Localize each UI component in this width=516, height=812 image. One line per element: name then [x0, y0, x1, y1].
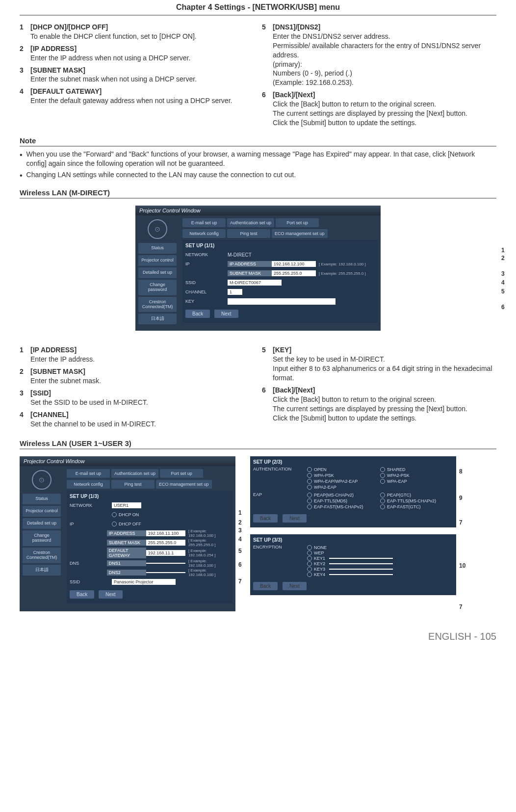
next-button[interactable]: Next — [283, 514, 307, 523]
tab-email[interactable]: E-mail set up — [67, 469, 110, 478]
val-network-user: USER1 — [112, 502, 141, 508]
radio-key[interactable]: KEY2 — [307, 561, 453, 566]
lbl-ssid: SSID — [185, 280, 228, 285]
input-ip-user[interactable]: 192.168.11.100 — [146, 530, 185, 536]
next-button[interactable]: Next — [214, 310, 238, 318]
radio-auth[interactable]: WPA2-PSK — [380, 473, 453, 478]
side-projector[interactable]: Projector control — [138, 255, 177, 266]
side-crestron[interactable]: Crestron Connected(TM) — [23, 548, 61, 563]
tab-ping[interactable]: Ping test — [227, 229, 270, 238]
tab-network[interactable]: Network config — [67, 480, 110, 489]
callout-u8: 8 — [459, 468, 463, 475]
back-button[interactable]: Back — [253, 514, 278, 523]
callout-u2: 2 — [238, 519, 242, 526]
radio-eap[interactable]: PEAP(GTC) — [380, 493, 453, 498]
section-mdirect: Wireless LAN (M-DIRECT) — [20, 188, 496, 199]
radio-eap[interactable]: PEAP(MS-CHAPv2) — [307, 493, 380, 498]
radio-auth[interactable]: WPA-EAP/WPA2-EAP — [307, 479, 380, 484]
back-button[interactable]: Back — [253, 582, 278, 590]
list-item: 6[Back]/[Next]Click the [Back] button to… — [262, 90, 496, 128]
side-status[interactable]: Status — [138, 243, 177, 254]
input-dns2[interactable] — [146, 572, 185, 573]
callout-u7: 7 — [238, 578, 242, 585]
next-button[interactable]: Next — [283, 582, 307, 590]
next-button[interactable]: Next — [99, 590, 123, 599]
lbl-ipaddr: IP ADDRESS — [107, 530, 146, 536]
side-detailed[interactable]: Detailed set up — [138, 267, 177, 278]
radio-enc-wep[interactable]: WEP — [307, 550, 453, 555]
radio-key[interactable]: KEY3 — [307, 567, 453, 572]
side-status[interactable]: Status — [23, 494, 61, 504]
lbl-auth: AUTHENTICATION — [253, 467, 307, 471]
tab-ping[interactable]: Ping test — [111, 480, 155, 489]
input-key1[interactable] — [329, 558, 393, 559]
select-channel[interactable]: 1 — [228, 289, 242, 295]
tab-eco[interactable]: ECO management set up — [272, 229, 328, 238]
radio-eap[interactable]: EAP-FAST(MS-CHAPv2) — [307, 504, 380, 509]
tab-eco[interactable]: ECO management set up — [156, 480, 212, 489]
hint-ip: [ Example: 192.168.0.100 ] — [319, 262, 366, 266]
tab-auth[interactable]: Authentication set up — [227, 218, 274, 227]
radio-eap[interactable]: EAP-TTLS(MS-CHAPv2) — [380, 498, 453, 503]
side-change-pw[interactable]: Change password — [23, 530, 61, 546]
lbl-key: KEY — [185, 299, 228, 304]
radio-dhcp-off[interactable]: DHCP OFF — [112, 522, 141, 526]
radio-auth[interactable]: WPA2-EAP — [307, 485, 380, 490]
tab-email[interactable]: E-mail set up — [182, 218, 226, 227]
tab-auth[interactable]: Authentication set up — [111, 469, 158, 478]
radio-auth[interactable]: WPA-EAP — [380, 479, 453, 484]
side-projector[interactable]: Projector control — [23, 506, 61, 517]
input-subnet-user[interactable]: 255.255.255.0 — [146, 540, 185, 546]
back-button[interactable]: Back — [70, 590, 94, 599]
input-gateway-user[interactable]: 192.168.11.1 — [146, 550, 185, 556]
radio-key[interactable]: KEY4 — [307, 572, 453, 577]
input-ssid[interactable]: M-DIRECT0067 — [228, 280, 282, 286]
tab-network[interactable]: Network config — [182, 229, 226, 238]
side-japanese[interactable]: 日本語 — [138, 314, 177, 324]
input-ip[interactable]: 192.168.12.100 — [272, 261, 316, 267]
callout-u4: 4 — [238, 536, 242, 543]
radio-auth[interactable]: OPEN — [307, 467, 380, 472]
panel-title-3-3: SET UP (3/3) — [253, 537, 453, 543]
callout-u10: 10 — [459, 562, 465, 569]
side-change-pw[interactable]: Change password — [138, 280, 177, 295]
side-detailed[interactable]: Detailed set up — [23, 518, 61, 529]
input-subnet[interactable]: 255.255.255.0 — [272, 270, 316, 276]
callout-u1: 1 — [238, 509, 242, 516]
radio-dhcp-on[interactable]: DHCP ON — [112, 512, 139, 517]
list-item: 2[SUBNET MASK]Enter the subnet mask. — [20, 367, 254, 386]
list-item: 5[DNS1]/[DNS2]Enter the DNS1/DNS2 server… — [262, 23, 496, 87]
radio-eap[interactable]: EAP-FAST(GTC) — [380, 504, 453, 509]
intro-columns: 1[DHCP ON]/[DHCP OFF]To enable the DHCP … — [20, 23, 496, 131]
side-crestron[interactable]: Crestron Connected(TM) — [138, 297, 177, 313]
hint-dns2: [ Example: 192.168.0.100 ] — [188, 568, 230, 577]
tab-port[interactable]: Port set up — [276, 218, 319, 227]
lbl-dns: DNS — [70, 561, 107, 566]
note-item: When you use the "Forward" and "Back" fu… — [20, 150, 496, 168]
lbl-ssid: SSID — [70, 579, 112, 584]
callout-u7c: 7 — [459, 603, 463, 610]
input-dns1[interactable] — [146, 563, 185, 564]
list-item: 3[SUBNET MASK]Enter the subnet mask when… — [20, 66, 254, 84]
radio-eap[interactable]: EAP-TTLS(MD5) — [307, 498, 380, 503]
callout-u6: 6 — [238, 561, 242, 568]
input-ssid-user[interactable]: Panasonic Projector — [112, 579, 176, 585]
radio-auth[interactable]: WPA-PSK — [307, 473, 380, 478]
radio-enc-none[interactable]: NONE — [307, 545, 453, 550]
radio-key[interactable]: KEY1 — [307, 556, 453, 561]
input-key3[interactable] — [329, 569, 393, 570]
back-button[interactable]: Back — [185, 310, 210, 318]
input-key4[interactable] — [329, 574, 393, 575]
input-key2[interactable] — [329, 563, 393, 564]
radio-auth[interactable]: SHARED — [380, 467, 453, 472]
input-key[interactable] — [228, 298, 335, 305]
side-japanese[interactable]: 日本語 — [23, 565, 61, 576]
list-item: 1[IP ADDRESS]Enter the IP address. — [20, 345, 254, 364]
list-item: 2[IP ADDRESS]Enter the IP address when n… — [20, 44, 254, 63]
callout-3: 3 — [501, 270, 505, 277]
panel-title-2-3: SET UP (2/3) — [253, 459, 453, 465]
tab-port[interactable]: Port set up — [160, 469, 203, 478]
lbl-network: NETWORK — [185, 252, 228, 257]
user-screenshots: Projector Control Window ⊙ Status Projec… — [20, 456, 496, 611]
callout-6: 6 — [501, 304, 505, 311]
